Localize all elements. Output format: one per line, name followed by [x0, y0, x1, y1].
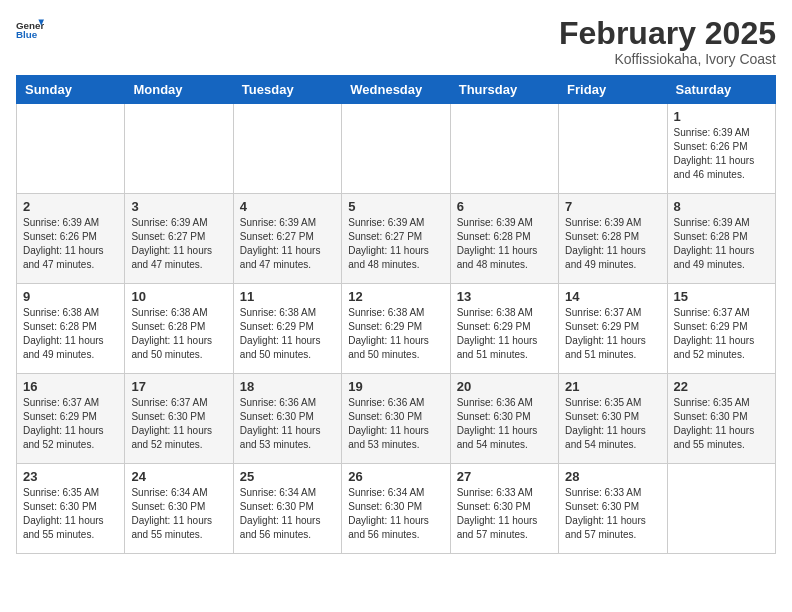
weekday-header-friday: Friday	[559, 76, 667, 104]
calendar-cell: 1Sunrise: 6:39 AM Sunset: 6:26 PM Daylig…	[667, 104, 775, 194]
calendar-cell: 2Sunrise: 6:39 AM Sunset: 6:26 PM Daylig…	[17, 194, 125, 284]
day-info: Sunrise: 6:39 AM Sunset: 6:26 PM Dayligh…	[23, 216, 118, 272]
calendar-cell: 19Sunrise: 6:36 AM Sunset: 6:30 PM Dayli…	[342, 374, 450, 464]
calendar-cell: 27Sunrise: 6:33 AM Sunset: 6:30 PM Dayli…	[450, 464, 558, 554]
day-number: 28	[565, 469, 660, 484]
title-block: February 2025 Koffissiokaha, Ivory Coast	[559, 16, 776, 67]
day-number: 4	[240, 199, 335, 214]
calendar-cell	[233, 104, 341, 194]
week-row-3: 9Sunrise: 6:38 AM Sunset: 6:28 PM Daylig…	[17, 284, 776, 374]
day-number: 19	[348, 379, 443, 394]
day-info: Sunrise: 6:39 AM Sunset: 6:27 PM Dayligh…	[240, 216, 335, 272]
calendar-cell	[342, 104, 450, 194]
day-number: 20	[457, 379, 552, 394]
weekday-header-sunday: Sunday	[17, 76, 125, 104]
day-number: 2	[23, 199, 118, 214]
day-number: 22	[674, 379, 769, 394]
day-number: 5	[348, 199, 443, 214]
day-info: Sunrise: 6:35 AM Sunset: 6:30 PM Dayligh…	[565, 396, 660, 452]
calendar-cell: 5Sunrise: 6:39 AM Sunset: 6:27 PM Daylig…	[342, 194, 450, 284]
day-info: Sunrise: 6:39 AM Sunset: 6:28 PM Dayligh…	[674, 216, 769, 272]
calendar-cell: 10Sunrise: 6:38 AM Sunset: 6:28 PM Dayli…	[125, 284, 233, 374]
day-number: 11	[240, 289, 335, 304]
page-header: General Blue February 2025 Koffissiokaha…	[16, 16, 776, 67]
calendar-cell	[559, 104, 667, 194]
day-number: 21	[565, 379, 660, 394]
weekday-header-thursday: Thursday	[450, 76, 558, 104]
calendar-cell: 14Sunrise: 6:37 AM Sunset: 6:29 PM Dayli…	[559, 284, 667, 374]
day-number: 9	[23, 289, 118, 304]
day-number: 8	[674, 199, 769, 214]
calendar-cell: 21Sunrise: 6:35 AM Sunset: 6:30 PM Dayli…	[559, 374, 667, 464]
day-number: 14	[565, 289, 660, 304]
calendar-cell: 9Sunrise: 6:38 AM Sunset: 6:28 PM Daylig…	[17, 284, 125, 374]
week-row-5: 23Sunrise: 6:35 AM Sunset: 6:30 PM Dayli…	[17, 464, 776, 554]
calendar-cell: 8Sunrise: 6:39 AM Sunset: 6:28 PM Daylig…	[667, 194, 775, 284]
week-row-2: 2Sunrise: 6:39 AM Sunset: 6:26 PM Daylig…	[17, 194, 776, 284]
day-info: Sunrise: 6:36 AM Sunset: 6:30 PM Dayligh…	[240, 396, 335, 452]
calendar-table: SundayMondayTuesdayWednesdayThursdayFrid…	[16, 75, 776, 554]
calendar-cell: 3Sunrise: 6:39 AM Sunset: 6:27 PM Daylig…	[125, 194, 233, 284]
calendar-cell: 6Sunrise: 6:39 AM Sunset: 6:28 PM Daylig…	[450, 194, 558, 284]
day-info: Sunrise: 6:38 AM Sunset: 6:28 PM Dayligh…	[23, 306, 118, 362]
calendar-cell: 28Sunrise: 6:33 AM Sunset: 6:30 PM Dayli…	[559, 464, 667, 554]
svg-text:Blue: Blue	[16, 29, 38, 40]
calendar-cell	[17, 104, 125, 194]
day-info: Sunrise: 6:38 AM Sunset: 6:29 PM Dayligh…	[240, 306, 335, 362]
calendar-cell: 22Sunrise: 6:35 AM Sunset: 6:30 PM Dayli…	[667, 374, 775, 464]
calendar-cell: 20Sunrise: 6:36 AM Sunset: 6:30 PM Dayli…	[450, 374, 558, 464]
calendar-cell	[450, 104, 558, 194]
week-row-4: 16Sunrise: 6:37 AM Sunset: 6:29 PM Dayli…	[17, 374, 776, 464]
day-number: 3	[131, 199, 226, 214]
location-title: Koffissiokaha, Ivory Coast	[559, 51, 776, 67]
calendar-cell	[125, 104, 233, 194]
day-info: Sunrise: 6:37 AM Sunset: 6:29 PM Dayligh…	[674, 306, 769, 362]
day-number: 18	[240, 379, 335, 394]
weekday-header-monday: Monday	[125, 76, 233, 104]
calendar-cell: 26Sunrise: 6:34 AM Sunset: 6:30 PM Dayli…	[342, 464, 450, 554]
calendar-cell: 13Sunrise: 6:38 AM Sunset: 6:29 PM Dayli…	[450, 284, 558, 374]
calendar-cell: 25Sunrise: 6:34 AM Sunset: 6:30 PM Dayli…	[233, 464, 341, 554]
calendar-cell: 17Sunrise: 6:37 AM Sunset: 6:30 PM Dayli…	[125, 374, 233, 464]
day-number: 16	[23, 379, 118, 394]
day-info: Sunrise: 6:34 AM Sunset: 6:30 PM Dayligh…	[348, 486, 443, 542]
day-info: Sunrise: 6:35 AM Sunset: 6:30 PM Dayligh…	[674, 396, 769, 452]
calendar-cell: 4Sunrise: 6:39 AM Sunset: 6:27 PM Daylig…	[233, 194, 341, 284]
day-info: Sunrise: 6:39 AM Sunset: 6:27 PM Dayligh…	[131, 216, 226, 272]
day-info: Sunrise: 6:36 AM Sunset: 6:30 PM Dayligh…	[457, 396, 552, 452]
day-info: Sunrise: 6:33 AM Sunset: 6:30 PM Dayligh…	[565, 486, 660, 542]
day-number: 17	[131, 379, 226, 394]
day-number: 23	[23, 469, 118, 484]
day-number: 1	[674, 109, 769, 124]
calendar-cell: 7Sunrise: 6:39 AM Sunset: 6:28 PM Daylig…	[559, 194, 667, 284]
day-info: Sunrise: 6:39 AM Sunset: 6:28 PM Dayligh…	[457, 216, 552, 272]
calendar-cell: 24Sunrise: 6:34 AM Sunset: 6:30 PM Dayli…	[125, 464, 233, 554]
day-number: 24	[131, 469, 226, 484]
day-number: 7	[565, 199, 660, 214]
month-title: February 2025	[559, 16, 776, 51]
day-info: Sunrise: 6:37 AM Sunset: 6:30 PM Dayligh…	[131, 396, 226, 452]
day-number: 13	[457, 289, 552, 304]
day-info: Sunrise: 6:34 AM Sunset: 6:30 PM Dayligh…	[131, 486, 226, 542]
calendar-cell: 18Sunrise: 6:36 AM Sunset: 6:30 PM Dayli…	[233, 374, 341, 464]
calendar-cell: 23Sunrise: 6:35 AM Sunset: 6:30 PM Dayli…	[17, 464, 125, 554]
weekday-header-wednesday: Wednesday	[342, 76, 450, 104]
day-info: Sunrise: 6:36 AM Sunset: 6:30 PM Dayligh…	[348, 396, 443, 452]
day-info: Sunrise: 6:35 AM Sunset: 6:30 PM Dayligh…	[23, 486, 118, 542]
day-number: 25	[240, 469, 335, 484]
weekday-header-saturday: Saturday	[667, 76, 775, 104]
day-number: 10	[131, 289, 226, 304]
day-info: Sunrise: 6:37 AM Sunset: 6:29 PM Dayligh…	[565, 306, 660, 362]
calendar-cell: 11Sunrise: 6:38 AM Sunset: 6:29 PM Dayli…	[233, 284, 341, 374]
day-number: 12	[348, 289, 443, 304]
logo-icon: General Blue	[16, 16, 44, 44]
calendar-cell: 12Sunrise: 6:38 AM Sunset: 6:29 PM Dayli…	[342, 284, 450, 374]
day-info: Sunrise: 6:34 AM Sunset: 6:30 PM Dayligh…	[240, 486, 335, 542]
week-row-1: 1Sunrise: 6:39 AM Sunset: 6:26 PM Daylig…	[17, 104, 776, 194]
day-number: 6	[457, 199, 552, 214]
calendar-cell: 16Sunrise: 6:37 AM Sunset: 6:29 PM Dayli…	[17, 374, 125, 464]
day-info: Sunrise: 6:37 AM Sunset: 6:29 PM Dayligh…	[23, 396, 118, 452]
day-number: 15	[674, 289, 769, 304]
day-info: Sunrise: 6:39 AM Sunset: 6:28 PM Dayligh…	[565, 216, 660, 272]
day-info: Sunrise: 6:39 AM Sunset: 6:27 PM Dayligh…	[348, 216, 443, 272]
